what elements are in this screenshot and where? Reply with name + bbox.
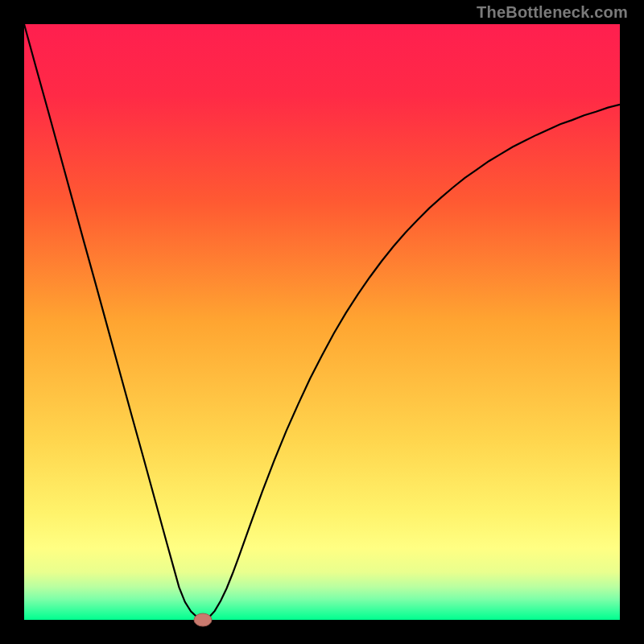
chart-svg — [0, 0, 644, 644]
optimum-marker — [194, 613, 212, 626]
plot-background — [24, 24, 620, 620]
chart-frame: { "watermark": "TheBottleneck.com", "col… — [0, 0, 644, 644]
watermark: TheBottleneck.com — [477, 3, 628, 22]
